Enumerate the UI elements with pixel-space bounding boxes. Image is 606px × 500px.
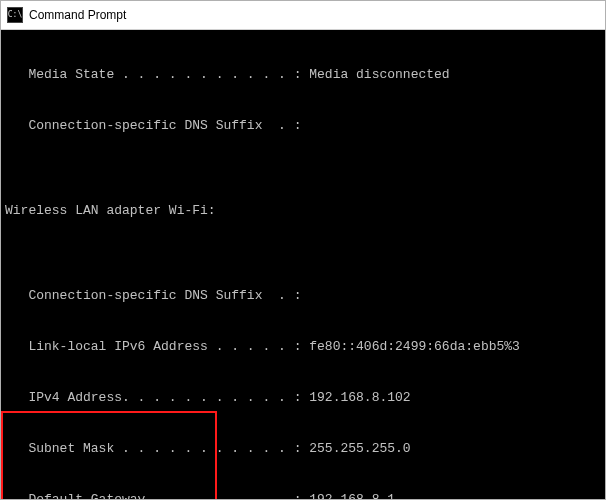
output-line: IPv4 Address. . . . . . . . . . . : 192.… [1,389,605,406]
terminal-area[interactable]: Media State . . . . . . . . . . . : Medi… [1,30,605,499]
output-line: Media State . . . . . . . . . . . : Medi… [1,66,605,83]
output-line: Link-local IPv6 Address . . . . . : fe80… [1,338,605,355]
titlebar[interactable]: C:\ Command Prompt [1,1,605,30]
output-line: Connection-specific DNS Suffix . : [1,117,605,134]
output-line: Subnet Mask . . . . . . . . . . . : 255.… [1,440,605,457]
output-line: Default Gateway . . . . . . . . . : 192.… [1,491,605,499]
cmd-icon: C:\ [7,7,23,23]
command-prompt-window: C:\ Command Prompt Media State . . . . .… [0,0,606,500]
window-title: Command Prompt [29,8,126,22]
output-line: Wireless LAN adapter Wi-Fi: [1,202,605,219]
output-line: Connection-specific DNS Suffix . : [1,287,605,304]
